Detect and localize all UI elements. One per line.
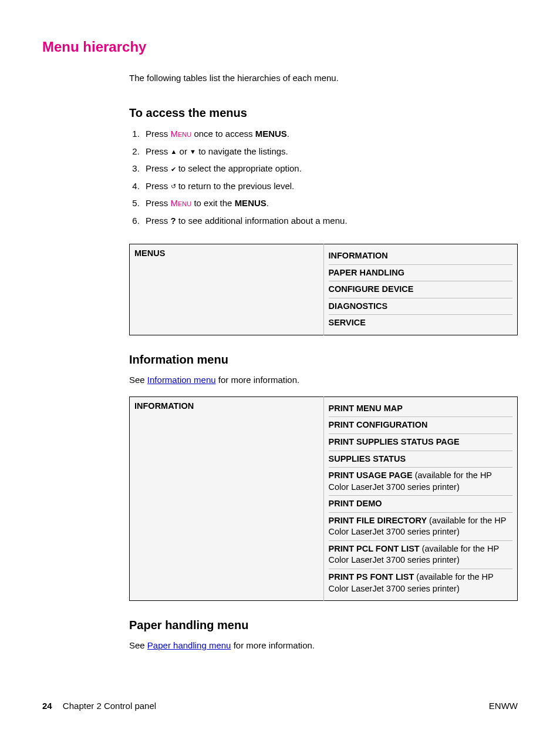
list-item: Press Menu to exit the MENUS. (142, 197, 518, 209)
list-item: Press ? to see additional information ab… (142, 215, 518, 227)
list-item: Press ▲ or ▼ to navigate the listings. (142, 146, 518, 157)
access-steps-list: Press Menu once to access MENUS. Press ▲… (129, 128, 518, 226)
page-number: 24 (42, 701, 52, 711)
table-left-header: MENUS (130, 244, 324, 335)
section-heading-access: To access the menus (129, 106, 518, 120)
arrow-down-icon: ▼ (190, 147, 196, 156)
page-footer: 24 Chapter 2 Control panel ENWW (42, 701, 518, 711)
see-paragraph: See Information menu for more informatio… (129, 375, 518, 385)
menu-key: Menu (171, 198, 192, 208)
item-label: PRINT SUPPLIES STATUS PAGE (329, 437, 460, 446)
table-left-header: INFORMATION (130, 396, 324, 600)
table-row: PRINT MENU MAP (329, 401, 513, 418)
table-right-col: INFORMATIONPAPER HANDLINGCONFIGURE DEVIC… (323, 244, 518, 335)
information-menu-link[interactable]: Information menu (147, 375, 216, 385)
table-right-col: PRINT MENU MAPPRINT CONFIGURATIONPRINT S… (323, 396, 518, 600)
item-label: PRINT MENU MAP (329, 404, 403, 413)
menus-table: MENUS INFORMATIONPAPER HANDLINGCONFIGURE… (129, 244, 518, 335)
table-row: SUPPLIES STATUS (329, 451, 513, 468)
item-label: PRINT DEMO (329, 499, 382, 508)
item-label: PRINT USAGE PAGE (329, 471, 413, 480)
item-label: PRINT PS FONT LIST (329, 572, 414, 582)
item-label: CONFIGURE DEVICE (329, 284, 414, 294)
table-row: PRINT PS FONT LIST (available for the HP… (329, 569, 513, 597)
back-arrow-icon: ↺ (171, 182, 176, 190)
paper-handling-menu-link[interactable]: Paper handling menu (147, 640, 231, 650)
item-label: DIAGNOSTICS (329, 301, 388, 311)
section-heading-paper-handling: Paper handling menu (129, 619, 518, 632)
see-paragraph: See Paper handling menu for more informa… (129, 640, 518, 650)
section-heading-information: Information menu (129, 353, 518, 367)
chapter-label: Chapter 2 Control panel (63, 701, 156, 711)
footer-right: ENWW (489, 701, 518, 711)
check-icon: ✔ (171, 165, 176, 173)
list-item: Press Menu once to access MENUS. (142, 128, 518, 140)
item-label: INFORMATION (329, 251, 388, 260)
item-label: PRINT CONFIGURATION (329, 420, 428, 429)
page-title: Menu hierarchy (42, 39, 518, 55)
table-row: DIAGNOSTICS (329, 298, 513, 315)
menu-key: Menu (171, 129, 192, 139)
item-label: PAPER HANDLING (329, 268, 404, 277)
item-label: SERVICE (329, 318, 366, 327)
arrow-up-icon: ▲ (171, 147, 177, 156)
table-row: INFORMATION (329, 248, 513, 265)
question-icon: ? (171, 216, 176, 226)
table-row: PRINT USAGE PAGE (available for the HP C… (329, 468, 513, 496)
table-row: SERVICE (329, 315, 513, 331)
intro-text: The following tables list the hierarchie… (129, 73, 518, 83)
item-label: PRINT FILE DIRECTORY (329, 516, 427, 525)
table-row: CONFIGURE DEVICE (329, 281, 513, 298)
table-row: PAPER HANDLING (329, 265, 513, 282)
information-table: INFORMATION PRINT MENU MAPPRINT CONFIGUR… (129, 396, 518, 601)
table-row: PRINT DEMO (329, 496, 513, 513)
table-row: PRINT SUPPLIES STATUS PAGE (329, 434, 513, 451)
table-row: PRINT CONFIGURATION (329, 417, 513, 434)
table-row: PRINT PCL FONT LIST (available for the H… (329, 541, 513, 569)
item-label: PRINT PCL FONT LIST (329, 544, 420, 553)
list-item: Press ↺ to return to the previous level. (142, 180, 518, 192)
table-row: PRINT FILE DIRECTORY (available for the … (329, 513, 513, 541)
list-item: Press ✔ to select the appropriate option… (142, 163, 518, 174)
item-label: SUPPLIES STATUS (329, 454, 406, 463)
